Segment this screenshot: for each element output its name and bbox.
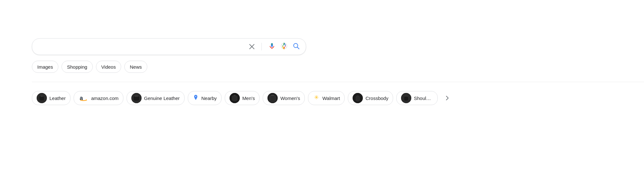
svg-text:✳: ✳ [314, 94, 319, 101]
refine-chip-nearby[interactable]: Nearby [188, 91, 222, 105]
svg-rect-7 [40, 96, 43, 97]
search-icon[interactable] [292, 42, 300, 51]
svg-line-5 [297, 47, 299, 49]
search-bar: male work bag [32, 38, 306, 55]
crossbody-thumb [353, 93, 363, 103]
refine-chips-row: Leather a amazon.com [32, 91, 644, 105]
svg-point-3 [283, 45, 285, 47]
womens-thumb [267, 93, 278, 103]
refine-chip-crossbody[interactable]: Crossbody [348, 91, 393, 105]
scroll-right-button[interactable] [442, 92, 453, 104]
refine-chip-womens[interactable]: Women's [263, 91, 305, 105]
svg-rect-10 [135, 95, 138, 97]
filter-chip-images[interactable]: Images [32, 61, 58, 73]
search-input[interactable]: male work bag [38, 43, 249, 50]
microphone-icon[interactable] [268, 42, 276, 51]
clear-icon[interactable] [249, 43, 255, 50]
walmart-icon: ✳ [313, 94, 320, 103]
leather-thumb [37, 93, 47, 103]
location-icon [193, 94, 199, 102]
amazon-logo: a [78, 93, 89, 103]
filter-chip-shopping[interactable]: Shopping [62, 61, 92, 73]
google-lens-icon[interactable] [280, 42, 288, 51]
shoulder-thumb [401, 93, 411, 103]
section-divider [32, 82, 644, 82]
filter-chip-videos[interactable]: Videos [96, 61, 121, 73]
search-bar-divider [261, 43, 262, 50]
genuine-leather-thumb [131, 93, 142, 103]
refine-chip-leather[interactable]: Leather [32, 91, 70, 105]
svg-rect-12 [234, 95, 236, 96]
refine-chip-genuine-leather[interactable]: Genuine Leather [127, 91, 185, 105]
filter-chips: Images Shopping Videos News [32, 61, 644, 73]
refine-chip-amazon[interactable]: a amazon.com [74, 91, 123, 105]
refine-chips: Leather a amazon.com [32, 91, 438, 105]
search-section: male work bag [32, 38, 644, 105]
refine-chip-mens[interactable]: Men's [225, 91, 260, 105]
mens-thumb [230, 93, 240, 103]
search-icons [249, 42, 300, 51]
filter-chip-news[interactable]: News [124, 61, 147, 73]
refine-chip-walmart[interactable]: ✳ Walmart [308, 91, 345, 105]
refine-chip-shoulder[interactable]: Shoulder [396, 91, 438, 105]
